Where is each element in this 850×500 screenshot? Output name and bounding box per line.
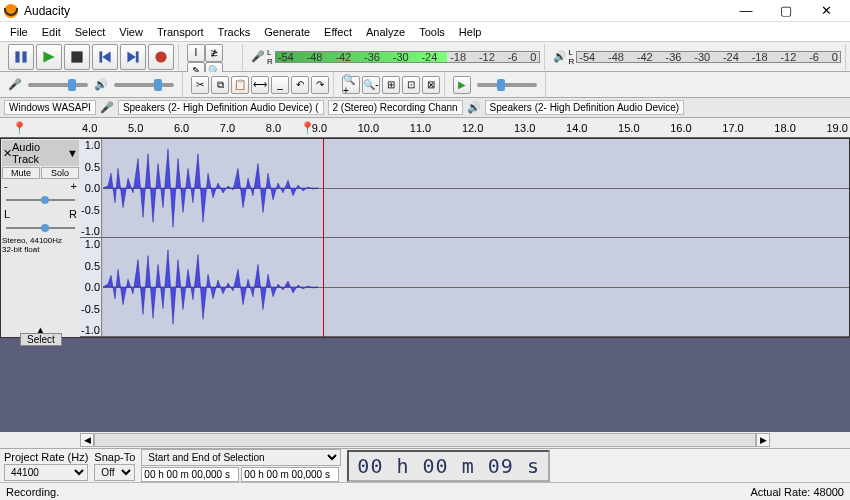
play-button[interactable] [36, 44, 62, 70]
zoom-toolbar: 🔍+ 🔍- ⊞ ⊡ ⊠ [338, 72, 445, 98]
skip-end-button[interactable] [120, 44, 146, 70]
menu-bar: File Edit Select View Transport Tracks G… [0, 22, 850, 42]
maximize-button[interactable]: ▢ [766, 1, 806, 21]
project-rate-select[interactable]: 44100 [4, 464, 88, 481]
recording-channels-select[interactable]: 2 (Stereo) Recording Chann [328, 100, 463, 115]
playback-meter[interactable]: -54-48-42-36-30-24-18-12-60 [576, 51, 841, 63]
mute-button[interactable]: Mute [2, 167, 40, 179]
recording-meter[interactable]: -54-48-42-36-30-24-18-12-60 [275, 51, 540, 63]
tools-toolbar: I ≵ ✎ 🔍 ↔ ✱ [183, 44, 243, 70]
mixer-toolbar: 🎤 🔊 [4, 72, 183, 98]
audio-track: ✕Audio Track▼ MuteSolo -+ LR Stereo, 441… [0, 138, 850, 338]
playback-cursor [323, 139, 324, 337]
track-menu-icon[interactable]: ▼ [67, 147, 78, 159]
zoom-in-button[interactable]: 🔍+ [342, 76, 360, 94]
redo-button[interactable]: ↷ [311, 76, 329, 94]
solo-button[interactable]: Solo [41, 167, 79, 179]
time-display[interactable]: 00 h 00 m 09 s [347, 450, 550, 482]
speaker-icon[interactable]: 🔊 [553, 50, 567, 63]
mic-icon[interactable]: 🎤 [251, 50, 265, 63]
meter-lr-label2: LR [569, 48, 575, 66]
pan-slider[interactable] [6, 223, 75, 233]
record-button[interactable] [148, 44, 174, 70]
horizontal-scrollbar[interactable]: ◀ ▶ [0, 432, 850, 448]
minimize-button[interactable]: — [726, 1, 766, 21]
copy-button[interactable]: ⧉ [211, 76, 229, 94]
menu-analyze[interactable]: Analyze [360, 24, 411, 40]
skip-start-button[interactable] [92, 44, 118, 70]
menu-help[interactable]: Help [453, 24, 488, 40]
svg-rect-4 [99, 51, 102, 62]
menu-edit[interactable]: Edit [36, 24, 67, 40]
playback-meter-toolbar: 🔊 LR -54-48-42-36-30-24-18-12-60 [549, 44, 847, 70]
selection-toolbar: Project Rate (Hz) 44100 Snap-To Off Star… [0, 448, 850, 482]
svg-marker-5 [102, 51, 110, 62]
status-bar: Recording. Actual Rate: 48000 [0, 482, 850, 500]
menu-effect[interactable]: Effect [318, 24, 358, 40]
mic-vol-icon: 🎤 [8, 78, 22, 91]
snap-to-select[interactable]: Off [94, 464, 135, 481]
recording-volume-slider[interactable] [28, 83, 88, 87]
selection-end-input[interactable] [241, 467, 339, 482]
scroll-left-icon[interactable]: ◀ [80, 433, 94, 447]
timeline-ruler[interactable]: 📍 📍 4.05.06.07.08.09.010.011.012.013.014… [0, 118, 850, 138]
svg-rect-3 [71, 51, 82, 62]
menu-transport[interactable]: Transport [151, 24, 210, 40]
app-logo-icon [4, 4, 18, 18]
silence-button[interactable]: ⎯ [271, 76, 289, 94]
rec-meter-ticks: -54-48-42-36-30-24-18-12-60 [276, 51, 539, 63]
zoom-toggle-button[interactable]: ⊠ [422, 76, 440, 94]
svg-rect-1 [22, 51, 26, 62]
meter-lr-label: LR [267, 48, 273, 66]
audio-clip-r[interactable] [103, 238, 318, 336]
edit-toolbar: ✂ ⧉ 📋 ⟷ ⎯ ↶ ↷ [187, 72, 334, 98]
cut-button[interactable]: ✂ [191, 76, 209, 94]
playhead-pin-icon[interactable]: 📍 [300, 121, 315, 135]
play-meter-ticks: -54-48-42-36-30-24-18-12-60 [577, 51, 840, 63]
menu-generate[interactable]: Generate [258, 24, 316, 40]
envelope-tool[interactable]: ≵ [205, 44, 223, 62]
fit-project-button[interactable]: ⊡ [402, 76, 420, 94]
menu-view[interactable]: View [113, 24, 149, 40]
play-speed-slider[interactable] [477, 83, 537, 87]
track-close-icon[interactable]: ✕ [3, 147, 12, 160]
undo-button[interactable]: ↶ [291, 76, 309, 94]
trim-button[interactable]: ⟷ [251, 76, 269, 94]
svg-marker-6 [127, 51, 135, 62]
playback-volume-slider[interactable] [114, 83, 174, 87]
play-at-speed-button[interactable]: ▶ [453, 76, 471, 94]
transport-toolbar [4, 44, 179, 70]
snap-to-label: Snap-To [94, 451, 135, 463]
playback-device-select[interactable]: Speakers (2- High Definition Audio Devic… [485, 100, 685, 115]
svg-marker-2 [43, 51, 54, 62]
menu-file[interactable]: File [4, 24, 34, 40]
gain-slider[interactable] [6, 195, 75, 205]
timeline-pin-icon[interactable]: 📍 [12, 121, 27, 135]
play-vol-icon: 🔊 [94, 78, 108, 91]
selection-start-input[interactable] [141, 467, 239, 482]
track-control-panel[interactable]: ✕Audio Track▼ MuteSolo -+ LR Stereo, 441… [1, 139, 81, 337]
status-message: Recording. [6, 486, 59, 498]
recording-device-select[interactable]: Speakers (2- High Definition Audio Devic… [118, 100, 324, 115]
recording-meter-toolbar: 🎤 LR -54-48-42-36-30-24-18-12-60 [247, 44, 545, 70]
audio-clip[interactable] [103, 139, 318, 237]
selection-format-select[interactable]: Start and End of Selection [141, 449, 341, 466]
stop-button[interactable] [64, 44, 90, 70]
menu-tracks[interactable]: Tracks [212, 24, 257, 40]
toolbar-row-2: 🎤 🔊 ✂ ⧉ 📋 ⟷ ⎯ ↶ ↷ 🔍+ 🔍- ⊞ ⊡ ⊠ ▶ [0, 72, 850, 98]
selection-tool[interactable]: I [187, 44, 205, 62]
waveform-area[interactable]: 1.00.50.0-0.5-1.0 1.00.50.0-0.5-1.0 [81, 139, 849, 337]
scroll-right-icon[interactable]: ▶ [756, 433, 770, 447]
pause-button[interactable] [8, 44, 34, 70]
select-all-button[interactable]: Select [20, 333, 62, 346]
fit-selection-button[interactable]: ⊞ [382, 76, 400, 94]
svg-rect-0 [15, 51, 19, 62]
track-name[interactable]: Audio Track [12, 141, 67, 165]
close-button[interactable]: ✕ [806, 1, 846, 21]
paste-button[interactable]: 📋 [231, 76, 249, 94]
audio-host-select[interactable]: Windows WASAPI [4, 100, 96, 115]
zoom-out-button[interactable]: 🔍- [362, 76, 380, 94]
menu-select[interactable]: Select [69, 24, 112, 40]
svg-rect-7 [136, 51, 139, 62]
menu-tools[interactable]: Tools [413, 24, 451, 40]
